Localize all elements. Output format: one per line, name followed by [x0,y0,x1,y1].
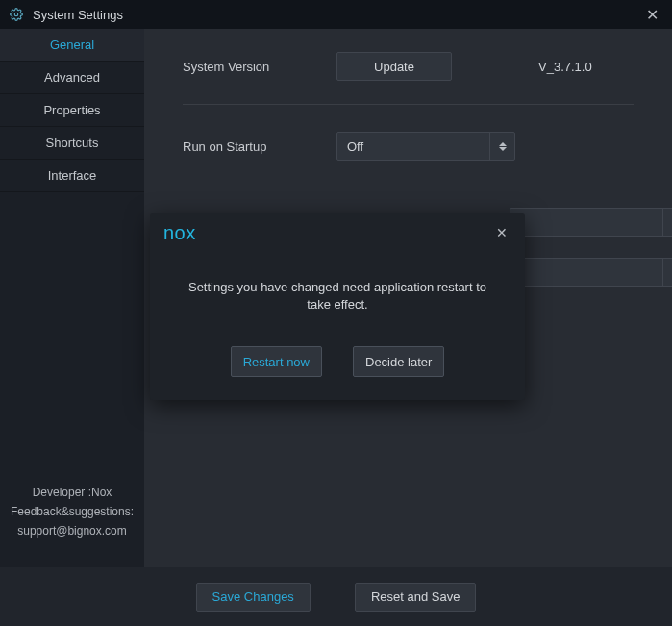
obscured-select[interactable] [510,258,672,287]
sidebar-tab-properties[interactable]: Properties [0,94,144,127]
decide-later-button[interactable]: Decide later [353,346,444,377]
select-stepper-icon [662,209,672,236]
dialog-actions: Restart now Decide later [150,346,525,377]
sidebar-tab-shortcuts[interactable]: Shortcuts [0,127,144,160]
version-value: V_3.7.1.0 [538,60,592,74]
sidebar-tab-interface[interactable]: Interface [0,160,144,192]
svg-point-0 [14,13,18,16]
dialog-header: nox ✕ [150,213,525,252]
reset-and-save-button[interactable]: Reset and Save [355,583,477,612]
run-on-startup-select[interactable]: Off [336,132,515,161]
run-on-startup-label: Run on Startup [183,139,336,154]
developer-label: Developer :Nox [6,483,138,502]
update-button-label: Update [374,60,414,74]
update-button[interactable]: Update [336,52,452,81]
titlebar: System Settings ✕ [0,0,672,29]
system-version-label: System Version [183,60,336,74]
restart-now-label: Restart now [243,355,310,369]
decide-later-label: Decide later [365,355,432,369]
sidebar-footer: Developer :Nox Feedback&suggestions: sup… [0,471,144,567]
restart-required-dialog: nox ✕ Settings you have changed need app… [150,213,525,400]
save-changes-label: Save Changes [212,589,294,604]
row-system-version: System Version Update V_3.7.1.0 [144,29,672,81]
sidebar: General Advanced Properties Shortcuts In… [0,29,144,567]
sidebar-tab-label: Shortcuts [46,136,99,150]
support-email: support@bignox.com [6,521,138,540]
window-close-button[interactable]: ✕ [642,6,662,24]
select-stepper-icon [662,259,672,286]
sidebar-tab-general[interactable]: General [0,29,144,62]
feedback-label: Feedback&suggestions: [6,502,138,521]
sidebar-tab-label: Advanced [44,70,100,85]
sidebar-tab-label: Interface [48,168,97,183]
row-run-on-startup: Run on Startup Off [144,105,672,161]
dialog-close-button[interactable]: ✕ [492,223,511,242]
select-stepper-icon [489,133,514,160]
window-title: System Settings [33,8,123,22]
sidebar-tab-label: Properties [43,103,100,117]
obscured-select[interactable] [510,208,672,237]
sidebar-tab-label: General [50,38,94,52]
save-changes-button[interactable]: Save Changes [196,583,311,612]
restart-now-button[interactable]: Restart now [231,346,322,377]
settings-gear-icon [10,8,23,21]
nox-logo: nox [163,222,196,244]
bottom-bar: Save Changes Reset and Save [0,567,672,626]
reset-and-save-label: Reset and Save [371,589,460,604]
sidebar-tab-advanced[interactable]: Advanced [0,62,144,94]
dialog-message: Settings you have changed need applicati… [150,252,525,321]
run-on-startup-value: Off [347,139,363,154]
